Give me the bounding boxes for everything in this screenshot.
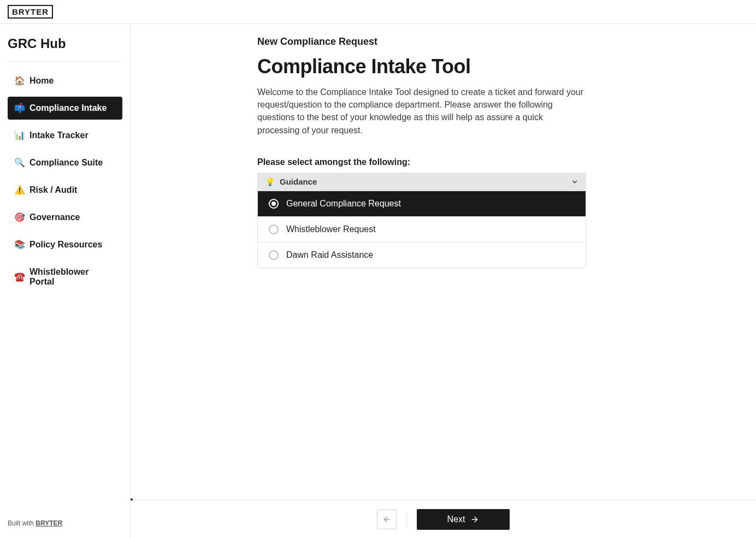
sidebar-item-compliance-suite-icon: 🔍 [14, 158, 25, 167]
sidebar-item-home-icon: 🏠 [14, 76, 25, 85]
main-panel: New Compliance Request Compliance Intake… [131, 24, 756, 538]
sidebar-item-policy-resources[interactable]: 📚Policy Resources [8, 233, 122, 256]
option-label: General Compliance Request [286, 199, 401, 209]
radio-icon [269, 199, 279, 209]
sidebar-item-compliance-intake[interactable]: 📫Compliance Intake [8, 97, 122, 120]
radio-icon [269, 224, 279, 234]
sidebar-item-label: Policy Resources [29, 240, 102, 250]
sidebar-item-label: Compliance Intake [29, 103, 107, 113]
option-label: Dawn Raid Assistance [286, 250, 373, 260]
options-list: General Compliance RequestWhistleblower … [257, 191, 586, 268]
sidebar-item-whistleblower-portal[interactable]: ☎️Whistleblower Portal [8, 261, 122, 293]
option-row[interactable]: Whistleblower Request [258, 216, 586, 242]
breadcrumb: New Compliance Request [257, 36, 586, 48]
sidebar-item-governance[interactable]: 🎯Governance [8, 206, 122, 229]
footer-bar: Next [131, 500, 756, 538]
sidebar-item-risk-audit-icon: ⚠️ [14, 186, 25, 194]
sidebar-footer: Built with BRYTER [8, 519, 62, 527]
next-button[interactable]: Next [417, 509, 510, 530]
sidebar-item-label: Intake Tracker [29, 131, 88, 140]
sidebar: GRC Hub 🏠Home📫Compliance Intake📊Intake T… [0, 24, 131, 538]
sidebar-item-whistleblower-portal-icon: ☎️ [14, 273, 25, 281]
sidebar-footer-prefix: Built with [8, 519, 36, 527]
app-header: BRYTER [0, 0, 756, 24]
option-row[interactable]: Dawn Raid Assistance [258, 242, 586, 268]
guidance-label: Guidance [280, 177, 317, 186]
sidebar-item-label: Compliance Suite [29, 158, 103, 168]
footer-separator [406, 513, 407, 526]
back-button[interactable] [377, 510, 397, 529]
sidebar-item-intake-tracker[interactable]: 📊Intake Tracker [8, 124, 122, 147]
sidebar-item-label: Governance [29, 212, 80, 222]
option-row[interactable]: General Compliance Request [258, 191, 586, 216]
question-label: Please select amongst the following: [257, 157, 586, 167]
sidebar-item-policy-resources-icon: 📚 [14, 240, 25, 249]
sidebar-item-risk-audit[interactable]: ⚠️Risk / Audit [8, 179, 122, 202]
sidebar-item-label: Risk / Audit [29, 185, 77, 195]
sidebar-item-intake-tracker-icon: 📊 [14, 131, 25, 140]
sidebar-item-home[interactable]: 🏠Home [8, 69, 122, 92]
sidebar-item-governance-icon: 🎯 [14, 213, 25, 222]
option-label: Whistleblower Request [286, 224, 376, 234]
sidebar-title: GRC Hub [8, 36, 122, 62]
arrow-right-icon [470, 515, 479, 524]
chevron-down-icon [571, 178, 578, 186]
intro-text: Welcome to the Compliance Intake Tool de… [257, 86, 586, 137]
radio-icon [269, 250, 279, 260]
guidance-toggle[interactable]: 💡 Guidance [257, 173, 586, 191]
arrow-left-icon [382, 515, 391, 524]
sidebar-nav: 🏠Home📫Compliance Intake📊Intake Tracker🔍C… [8, 69, 122, 293]
sidebar-footer-link[interactable]: BRYTER [36, 519, 62, 527]
page-title: Compliance Intake Tool [257, 55, 586, 78]
sidebar-item-label: Whistleblower Portal [29, 267, 116, 287]
sidebar-item-label: Home [29, 76, 54, 86]
sidebar-item-compliance-intake-icon: 📫 [14, 104, 25, 113]
next-button-label: Next [447, 515, 465, 524]
logo[interactable]: BRYTER [8, 5, 53, 19]
sidebar-item-compliance-suite[interactable]: 🔍Compliance Suite [8, 151, 122, 174]
lightbulb-icon: 💡 [265, 177, 275, 187]
